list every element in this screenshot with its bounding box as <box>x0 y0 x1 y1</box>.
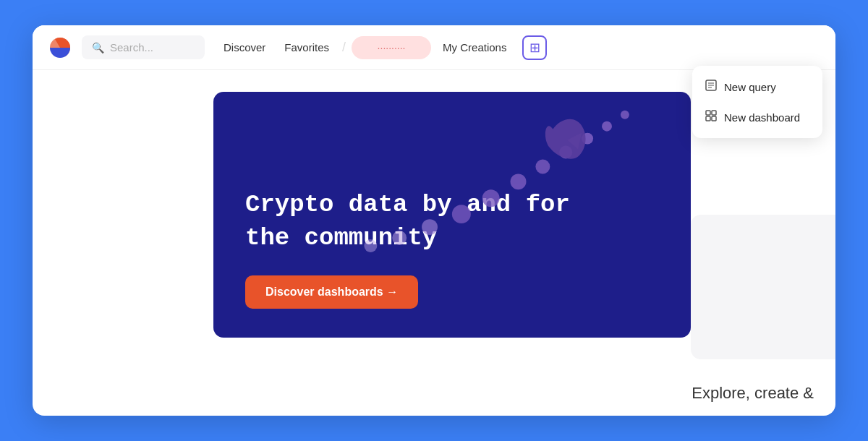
dashboard-icon <box>705 110 717 124</box>
new-query-label: New query <box>724 81 776 93</box>
navbar: 🔍 Search... Discover Favorites / ·······… <box>33 25 835 70</box>
nav-divider: / <box>341 40 347 55</box>
nav-favorites[interactable]: Favorites <box>277 37 336 58</box>
plus-icon: ⊞ <box>529 40 540 56</box>
plus-button[interactable]: ⊞ <box>522 35 547 60</box>
search-box[interactable]: 🔍 Search... <box>82 35 205 59</box>
user-pill[interactable]: ·········· <box>352 36 431 59</box>
svg-rect-9 <box>712 116 716 121</box>
svg-rect-6 <box>706 111 710 115</box>
user-pill-text: ·········· <box>378 42 406 53</box>
new-dashboard-item[interactable]: New dashboard <box>692 102 822 132</box>
app-logo[interactable] <box>47 35 73 61</box>
explore-text: Explore, create & <box>692 384 814 403</box>
search-placeholder-text: Search... <box>110 41 153 53</box>
discover-dashboards-button[interactable]: Discover dashboards → <box>245 275 418 309</box>
hero-card: Crypto data by and for the community Dis… <box>213 92 691 338</box>
nav-my-creations[interactable]: My Creations <box>435 37 514 58</box>
search-icon: 🔍 <box>92 42 104 53</box>
svg-rect-8 <box>706 116 710 121</box>
nav-links: Discover Favorites / ·········· My Creat… <box>216 36 514 59</box>
new-query-item[interactable]: New query <box>692 72 822 102</box>
browser-window: 🔍 Search... Discover Favorites / ·······… <box>33 25 835 416</box>
hero-title: Crypto data by and for the community <box>245 189 659 255</box>
dropdown-menu: New query New dashboard <box>692 66 822 138</box>
svg-rect-7 <box>712 111 716 115</box>
side-card <box>691 215 835 359</box>
query-icon <box>705 80 717 94</box>
nav-discover[interactable]: Discover <box>216 37 273 58</box>
new-dashboard-label: New dashboard <box>724 111 800 124</box>
